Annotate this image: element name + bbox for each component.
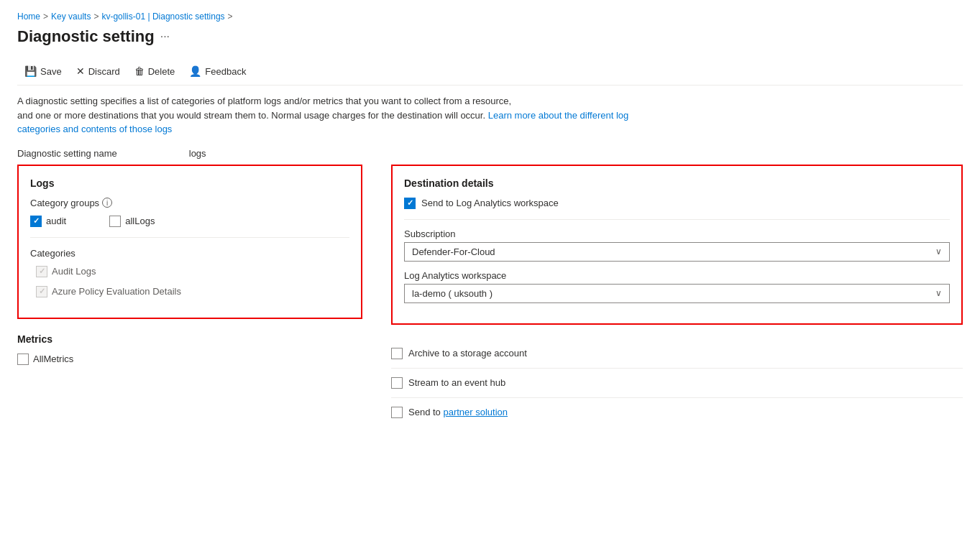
policy-eval-item: Azure Policy Evaluation Details	[36, 286, 349, 297]
breadcrumb-keyvaults[interactable]: Key vaults	[51, 11, 91, 22]
logs-section: Logs Category groups i audit allLogs Cat…	[17, 165, 362, 319]
workspace-label: Log Analytics workspace	[404, 270, 950, 281]
partner-link[interactable]: partner solution	[443, 407, 508, 417]
metrics-title: Metrics	[17, 333, 362, 345]
policy-eval-checkbox[interactable]	[36, 286, 47, 297]
main-layout: Logs Category groups i audit allLogs Cat…	[17, 165, 963, 427]
feedback-icon: 👤	[189, 65, 201, 77]
delete-button[interactable]: 🗑 Delete	[127, 62, 183, 80]
other-destinations: Archive to a storage account Stream to a…	[391, 339, 963, 427]
audit-logs-label: Audit Logs	[52, 266, 96, 277]
workspace-value: la-demo ( uksouth )	[412, 288, 493, 299]
audit-logs-item: Audit Logs	[36, 266, 349, 277]
metrics-section: Metrics AllMetrics	[17, 333, 362, 365]
logs-section-title: Logs	[30, 177, 349, 189]
toolbar: 💾 Save ✕ Discard 🗑 Delete 👤 Feedback	[17, 57, 963, 86]
subscription-label: Subscription	[404, 228, 950, 239]
discard-button[interactable]: ✕ Discard	[69, 62, 127, 80]
policy-eval-label: Azure Policy Evaluation Details	[52, 286, 181, 297]
breadcrumb: Home > Key vaults > kv-gollis-01 | Diagn…	[17, 11, 963, 22]
subscription-dropdown-arrow: ∨	[935, 246, 942, 257]
page-title-container: Diagnostic setting ···	[17, 27, 963, 46]
save-icon: 💾	[24, 65, 37, 77]
setting-name-label: Diagnostic setting name	[17, 148, 117, 159]
allmetrics-item: AllMetrics	[17, 354, 362, 365]
archive-checkbox[interactable]	[391, 348, 403, 359]
left-panel: Logs Category groups i audit allLogs Cat…	[17, 165, 362, 427]
archive-storage-item: Archive to a storage account	[391, 339, 963, 369]
stream-hub-checkbox[interactable]	[391, 377, 403, 389]
breadcrumb-sep3: >	[228, 11, 233, 22]
audit-label: audit	[46, 216, 66, 226]
page-title: Diagnostic setting	[17, 27, 155, 46]
alllogs-checkbox[interactable]	[109, 216, 121, 227]
breadcrumb-kv[interactable]: kv-gollis-01 | Diagnostic settings	[101, 11, 224, 22]
setting-name-row: Diagnostic setting name logs	[17, 148, 963, 159]
discard-icon: ✕	[76, 65, 85, 77]
stream-hub-item: Stream to an event hub	[391, 369, 963, 398]
save-button[interactable]: 💾 Save	[17, 62, 69, 80]
alllogs-checkbox-item: allLogs	[109, 216, 155, 227]
info-icon[interactable]: i	[102, 198, 112, 208]
breadcrumb-sep1: >	[43, 11, 48, 22]
categories-label: Categories	[30, 248, 349, 259]
subscription-value: Defender-For-Cloud	[412, 246, 495, 257]
breadcrumb-sep2: >	[93, 11, 99, 22]
archive-label: Archive to a storage account	[408, 348, 527, 359]
audit-checkbox-item: audit	[30, 216, 66, 227]
delete-icon: 🗑	[134, 65, 145, 77]
breadcrumb-home[interactable]: Home	[17, 11, 40, 22]
partner-solution-item: Send to partner solution	[391, 398, 963, 427]
feedback-button[interactable]: 👤 Feedback	[182, 62, 253, 80]
category-groups-label: Category groups i	[30, 198, 349, 208]
partner-label: Send to partner solution	[408, 407, 508, 417]
allmetrics-checkbox[interactable]	[17, 354, 29, 365]
setting-name-value: logs	[189, 148, 206, 159]
log-analytics-checkbox[interactable]	[404, 198, 416, 209]
stream-hub-label: Stream to an event hub	[408, 377, 505, 388]
subscription-group: Subscription Defender-For-Cloud ∨	[404, 228, 950, 262]
destination-title: Destination details	[404, 177, 950, 189]
partner-checkbox[interactable]	[391, 407, 403, 418]
send-log-analytics-row: Send to Log Analytics workspace	[404, 198, 950, 220]
audit-checkbox[interactable]	[30, 216, 42, 227]
send-log-analytics-label: Send to Log Analytics workspace	[421, 198, 559, 208]
subscription-dropdown[interactable]: Defender-For-Cloud ∨	[404, 242, 950, 262]
page-title-ellipsis[interactable]: ···	[160, 30, 170, 43]
right-panel: Destination details Send to Log Analytic…	[391, 165, 963, 427]
category-checkboxes-row: audit allLogs	[30, 216, 349, 238]
allmetrics-label: AllMetrics	[33, 354, 73, 364]
workspace-group: Log Analytics workspace la-demo ( uksout…	[404, 270, 950, 303]
description: A diagnostic setting specifies a list of…	[17, 94, 664, 137]
destination-section: Destination details Send to Log Analytic…	[391, 165, 963, 325]
workspace-dropdown-arrow: ∨	[935, 288, 942, 298]
audit-logs-checkbox[interactable]	[36, 266, 47, 277]
workspace-dropdown[interactable]: la-demo ( uksouth ) ∨	[404, 284, 950, 303]
alllogs-label: allLogs	[125, 216, 155, 226]
